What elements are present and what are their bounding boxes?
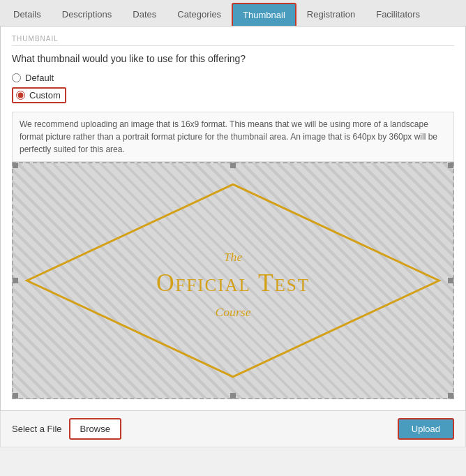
- tab-facilitators[interactable]: Facilitators: [366, 3, 430, 26]
- thumbnail-question: What thumbnail would you like to use for…: [12, 53, 454, 64]
- radio-custom-option[interactable]: Custom: [12, 87, 454, 103]
- diamond-image: The Official Test Course: [13, 163, 453, 398]
- upload-button[interactable]: Upload: [398, 418, 454, 440]
- select-file-label: Select a File: [12, 424, 62, 434]
- main-content: Thumbnail What thumbnail would you like …: [0, 27, 466, 411]
- browse-button[interactable]: Browse: [69, 418, 121, 440]
- tab-details[interactable]: Details: [3, 3, 52, 26]
- tab-categories[interactable]: Categories: [167, 3, 232, 26]
- tab-dates[interactable]: Dates: [122, 3, 167, 26]
- tab-bar: Details Descriptions Dates Categories Th…: [0, 0, 466, 27]
- tab-thumbnail[interactable]: Thumbnail: [232, 3, 296, 26]
- radio-default-option[interactable]: Default: [12, 73, 454, 83]
- radio-default-label: Default: [25, 73, 54, 83]
- radio-group: Default Custom: [12, 73, 454, 103]
- thumbnail-image-area[interactable]: The Official Test Course: [12, 162, 454, 399]
- tab-registration[interactable]: Registration: [296, 3, 366, 26]
- custom-radio-highlight: Custom: [12, 87, 66, 103]
- bottom-bar: Select a File Browse Upload: [0, 411, 466, 447]
- radio-default[interactable]: [12, 73, 21, 82]
- file-select-group: Select a File Browse: [12, 418, 121, 440]
- tab-descriptions[interactable]: Descriptions: [52, 3, 123, 26]
- svg-text:The: The: [224, 250, 243, 264]
- radio-custom-label: Custom: [29, 90, 61, 101]
- radio-custom[interactable]: [16, 91, 25, 100]
- svg-text:Course: Course: [215, 305, 250, 319]
- info-box: We recommend uploading an image that is …: [12, 112, 454, 162]
- section-label: Thumbnail: [12, 35, 454, 46]
- svg-text:Official Test: Official Test: [156, 269, 310, 297]
